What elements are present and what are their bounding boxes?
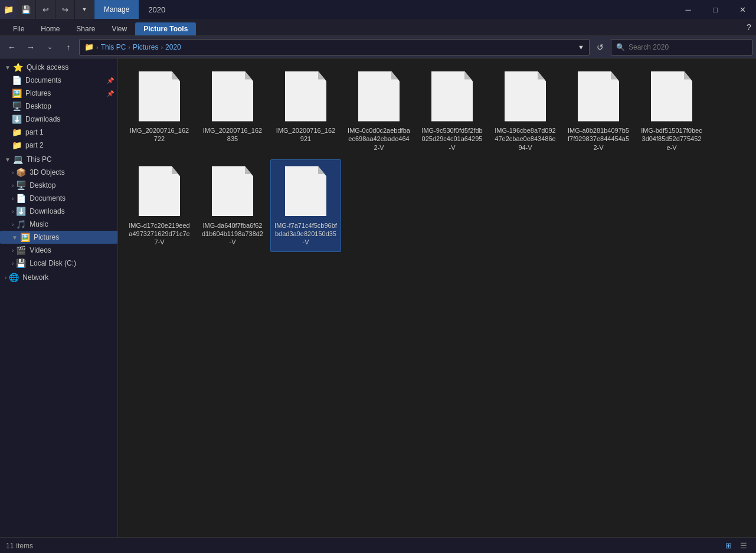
sidebar-item-pictures-qa[interactable]: 🖼️ Pictures 📌 <box>0 87 117 100</box>
downloads-icon: ⬇️ <box>12 114 22 124</box>
music-icon: 🎵 <box>16 220 26 229</box>
chevron-right-icon4: › <box>12 208 14 215</box>
downloads2-icon: ⬇️ <box>16 207 26 216</box>
status-bar: 11 items ⊞ ☰ <box>0 537 756 553</box>
file-icon <box>136 70 183 123</box>
disk-icon: 💾 <box>16 258 26 268</box>
chevron-right-icon7: › <box>12 260 14 267</box>
address-dropdown-btn[interactable]: ▼ <box>578 44 584 51</box>
document-icon <box>431 71 473 122</box>
undo-button[interactable]: ↩ <box>36 0 55 19</box>
file-item[interactable]: IMG-9c530f0fd5f2fdb025d29c4c01a64295-V <box>417 64 487 157</box>
help-button[interactable]: ? <box>742 19 756 35</box>
dropdown-qs-button[interactable]: ▼ <box>75 0 94 19</box>
sidebar: ▼ ⭐ Quick access 📄 Documents 📌 🖼️ Pictur… <box>0 58 118 537</box>
file-item[interactable]: IMG-f7a71c4f5cb96bfbdad3a9e820150d35-V <box>270 159 341 252</box>
document-icon <box>651 71 692 122</box>
large-icons-view-button[interactable]: ⊞ <box>722 539 735 552</box>
sidebar-item-pictures-pc[interactable]: ▼ 🖼️ Pictures <box>0 231 117 244</box>
file-icon <box>502 70 549 123</box>
chevron-right-icon6: › <box>12 247 14 254</box>
forward-button[interactable]: → <box>22 39 39 55</box>
list-view-button[interactable]: ☰ <box>737 539 750 552</box>
sidebar-item-videos[interactable]: › 🎬 Videos <box>0 244 117 257</box>
network-icon: 🌐 <box>9 273 19 282</box>
document-icon <box>212 166 253 216</box>
tab-file[interactable]: File <box>5 22 32 35</box>
file-item[interactable]: IMG-bdf515017f0bec3d04f85d52d775452e-V <box>636 64 707 157</box>
refresh-button[interactable]: ↺ <box>592 39 608 55</box>
file-name: IMG-0c0d0c2aebdfbaec698aa42ebade4642-V <box>348 126 410 152</box>
sidebar-item-thispc[interactable]: ▼ 💻 This PC <box>0 153 117 166</box>
close-button[interactable]: ✕ <box>729 0 756 19</box>
file-icon <box>136 165 183 218</box>
file-icon <box>575 70 622 123</box>
file-item[interactable]: IMG-d17c20e219eeda4973271629d71c7e7-V <box>124 159 195 252</box>
recent-locations-button[interactable]: ⌄ <box>41 39 58 55</box>
file-item[interactable]: IMG-0c0d0c2aebdfbaec698aa42ebade4642-V <box>343 64 414 157</box>
pin-icon: 📌 <box>107 77 114 84</box>
document-icon <box>358 71 400 122</box>
file-name: IMG-bdf515017f0bec3d04f85d52d775452e-V <box>640 126 703 152</box>
restore-button[interactable]: □ <box>702 0 729 19</box>
file-icon <box>355 70 402 123</box>
chevron-right-icon: › <box>12 169 14 176</box>
folder2-icon: 📁 <box>12 140 22 150</box>
folder1-icon: 📁 <box>12 127 22 137</box>
chevron-right-icon2: › <box>12 182 14 189</box>
window-controls: ─ □ ✕ <box>675 0 756 19</box>
chevron-down-icon2: ▼ <box>5 156 11 163</box>
file-item[interactable]: IMG-196cbe8a7d09247e2cbae0e843486e94-V <box>490 64 561 157</box>
pc-icon: 💻 <box>13 155 23 164</box>
sidebar-item-network[interactable]: › 🌐 Network <box>0 271 117 284</box>
desktop2-icon: 🖥️ <box>16 181 26 190</box>
star-icon: ⭐ <box>13 63 23 72</box>
sidebar-item-desktop-pc[interactable]: › 🖥️ Desktop <box>0 179 117 192</box>
sidebar-item-downloads-pc[interactable]: › ⬇️ Downloads <box>0 205 117 218</box>
file-item[interactable]: IMG_20200716_162921 <box>270 64 341 157</box>
search-bar[interactable]: 🔍 <box>611 39 752 55</box>
sidebar-item-documents-pc[interactable]: › 📄 Documents <box>0 192 117 205</box>
sidebar-item-part2[interactable]: 📁 part 2 <box>0 139 117 152</box>
tab-share[interactable]: Share <box>68 22 103 35</box>
sidebar-item-quick-access[interactable]: ▼ ⭐ Quick access <box>0 61 117 74</box>
quick-access-section: ▼ ⭐ Quick access 📄 Documents 📌 🖼️ Pictur… <box>0 61 117 152</box>
back-button[interactable]: ← <box>4 39 20 55</box>
manage-label: Manage <box>104 5 129 14</box>
file-item[interactable]: IMG_20200716_162722 <box>124 64 195 157</box>
address-pictures[interactable]: Pictures <box>133 43 158 51</box>
redo-button[interactable]: ↪ <box>55 0 74 19</box>
minimize-button[interactable]: ─ <box>675 0 702 19</box>
network-section: › 🌐 Network <box>0 271 117 284</box>
save-button[interactable]: 💾 <box>17 0 35 19</box>
sidebar-item-3dobjects[interactable]: › 📦 3D Objects <box>0 166 117 179</box>
address-2020[interactable]: 2020 <box>165 43 181 51</box>
file-item[interactable]: IMG-da640f7fba6f62d1b604b1198a738d2-V <box>197 159 268 252</box>
address-bar[interactable]: 📁 › This PC › Pictures › 2020 ▼ <box>79 39 590 55</box>
sidebar-item-downloads-qa[interactable]: ⬇️ Downloads <box>0 113 117 126</box>
content-area: IMG_20200716_162722IMG_20200716_162835IM… <box>118 58 756 537</box>
tab-view[interactable]: View <box>103 22 135 35</box>
tab-home[interactable]: Home <box>32 22 68 35</box>
sidebar-item-desktop-qa[interactable]: 🖥️ Desktop <box>0 100 117 113</box>
sidebar-item-part1[interactable]: 📁 part 1 <box>0 126 117 139</box>
document-icon <box>285 166 326 216</box>
sidebar-item-music[interactable]: › 🎵 Music <box>0 218 117 231</box>
document-icon <box>212 71 253 122</box>
document-icon <box>578 71 619 122</box>
tab-picture-tools[interactable]: Picture Tools <box>135 22 196 35</box>
up-button[interactable]: ↑ <box>60 39 77 55</box>
title-bar-left: 📁 💾 ↩ ↪ ▼ Manage 2020 <box>0 0 175 19</box>
sidebar-item-documents[interactable]: 📄 Documents 📌 <box>0 74 117 87</box>
document-icon <box>505 71 546 122</box>
sidebar-item-local-disk[interactable]: › 💾 Local Disk (C:) <box>0 257 117 270</box>
address-thispc[interactable]: This PC <box>101 43 126 51</box>
manage-tab[interactable]: Manage <box>94 0 139 19</box>
address-sep1: › <box>96 44 99 51</box>
search-input[interactable] <box>629 43 747 51</box>
file-item[interactable]: IMG-a0b281b4097b5f7f929837e844454a52-V <box>563 64 634 157</box>
address-sep3: › <box>161 44 163 51</box>
file-name: IMG_20200716_162835 <box>201 126 264 143</box>
this-pc-section: ▼ 💻 This PC › 📦 3D Objects › 🖥️ Desktop … <box>0 153 117 270</box>
file-item[interactable]: IMG_20200716_162835 <box>197 64 268 157</box>
